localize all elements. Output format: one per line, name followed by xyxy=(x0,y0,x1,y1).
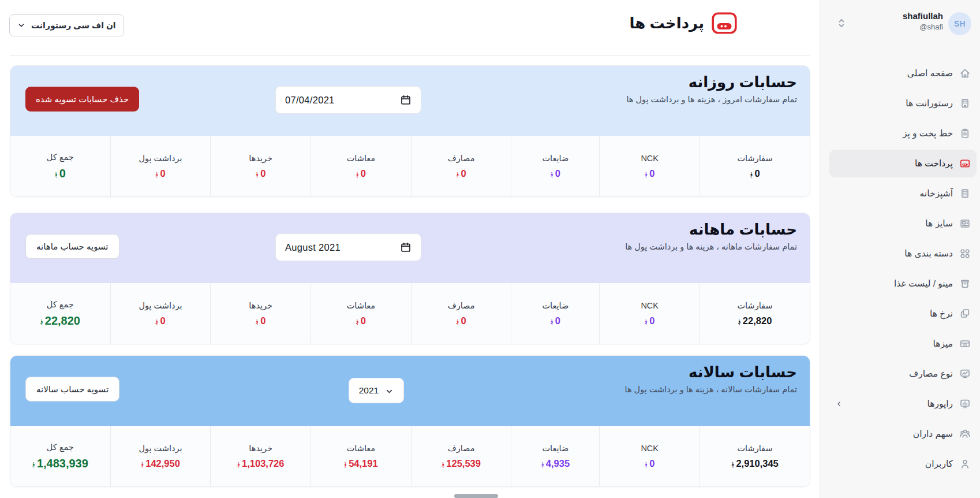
sidebar-item-categories[interactable]: دسته بندی ها xyxy=(829,240,977,267)
user-handle: shafi@ xyxy=(903,23,943,31)
stat-value: 2,910,345؋ xyxy=(731,458,779,469)
stat-value: 1,483,939؋ xyxy=(32,457,88,470)
header-divider xyxy=(10,55,810,56)
restaurant-selector[interactable]: ان اف سی رستورانت xyxy=(9,14,124,36)
sidebar-item-expense-types[interactable]: نوع مصارف xyxy=(829,360,977,388)
afghani-currency-symbol: ؋ xyxy=(731,460,734,468)
stat-value: 22,820؋ xyxy=(738,315,772,326)
stat-expenses: مصارف125,539؋ xyxy=(411,426,511,486)
sidebar-item-payments[interactable]: پرداخت ها xyxy=(829,150,977,177)
sidebar-item-cook-line[interactable]: خط پخت و پز xyxy=(829,120,977,147)
stat-label: NCK xyxy=(641,154,659,163)
payments-card-icon xyxy=(712,12,737,34)
afghani-currency-symbol: ؋ xyxy=(356,170,358,178)
afghani-currency-symbol: ؋ xyxy=(55,170,57,178)
daily-accounts-card: حسابات روزانه تمام سفارشات امروز ، هزینه… xyxy=(10,65,810,197)
afghani-currency-symbol: ؋ xyxy=(256,318,258,325)
stat-label: مصارف xyxy=(448,444,475,453)
chevron-down-icon xyxy=(17,21,25,29)
afghani-currency-symbol: ؋ xyxy=(541,460,544,468)
sidebar-item-users[interactable]: کاربران xyxy=(829,450,977,478)
sidebar-item-reports[interactable]: راپورها xyxy=(829,390,977,418)
stat-label: برداشت پول xyxy=(139,154,182,163)
sidebar-item-rates[interactable]: نرخ ها xyxy=(829,300,977,328)
stat-salaries: معاشات0؋ xyxy=(311,283,411,344)
afghani-currency-symbol: ؋ xyxy=(645,460,647,468)
afghani-currency-symbol: ؋ xyxy=(645,318,647,325)
sidebar-item-label: خط پخت و پز xyxy=(903,128,953,139)
sidebar-menu: صفحه اصلیرستورانت هاخط پخت و پزپرداخت ها… xyxy=(820,50,980,478)
stat-purchases: خریدها0؋ xyxy=(210,283,311,344)
chevron-updown-icon[interactable] xyxy=(837,17,846,29)
section-title: حسابات سالانه xyxy=(625,363,797,381)
stat-value: 0؋ xyxy=(155,315,165,326)
stat-label: NCK xyxy=(641,301,659,310)
calendar-icon[interactable] xyxy=(400,241,412,253)
sidebar-item-tables[interactable]: میزها xyxy=(829,330,977,358)
stat-label: NCK xyxy=(641,444,659,453)
stat-orders: سفارشات22,820؋ xyxy=(700,283,810,344)
menu-list-icon xyxy=(959,278,971,289)
delete-settled-accounts-button[interactable]: حذف حسابات تسویه شده xyxy=(25,87,139,112)
sidebar-item-label: صفحه اصلی xyxy=(907,68,953,79)
stat-label: سفارشات xyxy=(737,154,772,163)
stat-label: خریدها xyxy=(249,154,272,163)
stat-value: 0؋ xyxy=(551,168,560,179)
stat-withdrawals: برداشت پول142,950؋ xyxy=(110,426,211,486)
afghani-currency-symbol: ؋ xyxy=(155,170,158,178)
stat-value: 54,191؋ xyxy=(344,458,378,469)
afghani-currency-symbol: ؋ xyxy=(155,318,158,325)
horizontal-scrollbar-thumb[interactable] xyxy=(454,494,498,498)
yearly-stats-row: سفارشات2,910,345؋NCK0؋ضایعات4,935؋مصارف1… xyxy=(10,426,810,486)
sidebar-item-menu-list[interactable]: مینو / لیست غذا xyxy=(829,270,977,298)
sidebar-item-home[interactable]: صفحه اصلی xyxy=(829,60,977,87)
sidebar-item-restaurants[interactable]: رستورانت ها xyxy=(829,90,977,117)
stat-total: جمع کل1,483,939؋ xyxy=(10,426,110,486)
sidebar-item-label: آشپزخانه xyxy=(920,188,953,199)
stat-withdrawals: برداشت پول0؋ xyxy=(110,283,211,344)
stat-value: 22,820؋ xyxy=(40,314,80,328)
stat-expenses: مصارف0؋ xyxy=(411,136,511,196)
section-subtitle: تمام سفارشات ماهانه ، هزینه ها و برداشت … xyxy=(625,242,797,251)
stat-value: 0؋ xyxy=(155,168,165,179)
stat-waste: ضایعات0؋ xyxy=(511,136,599,196)
stat-value: 0؋ xyxy=(645,168,654,179)
sidebar-item-label: سهم داران xyxy=(913,429,953,439)
sidebar-item-sizes[interactable]: سایز ها xyxy=(829,210,977,237)
sidebar-item-label: مینو / لیست غذا xyxy=(894,278,953,289)
yearly-accounts-panel: حسابات سالانه تمام سفارشات سالانه ، هزین… xyxy=(10,356,810,426)
stat-value: 0؋ xyxy=(645,315,654,326)
sizes-icon xyxy=(959,218,971,229)
daily-date-input[interactable]: 07/04/2021 xyxy=(275,86,421,114)
stat-label: مصارف xyxy=(448,154,475,163)
stat-withdrawals: برداشت پول0؋ xyxy=(110,136,211,196)
sidebar-item-kitchen[interactable]: آشپزخانه xyxy=(829,180,977,207)
yearly-accounts-titles: حسابات سالانه تمام سفارشات سالانه ، هزین… xyxy=(625,363,797,394)
stat-label: سفارشات xyxy=(737,301,772,310)
sidebar-item-label: راپورها xyxy=(927,399,953,409)
calendar-icon[interactable] xyxy=(400,94,412,106)
sidebar-item-label: میزها xyxy=(933,339,953,349)
daily-stats-row: سفارشات0؋NCK0؋ضایعات0؋مصارف0؋معاشات0؋خری… xyxy=(10,136,810,196)
settle-monthly-account-button[interactable]: تسویه حساب ماهانه xyxy=(25,234,119,259)
stat-value: 0؋ xyxy=(256,315,265,326)
sidebar-item-label: سایز ها xyxy=(925,218,953,229)
afghani-currency-symbol: ؋ xyxy=(40,318,43,325)
afghani-currency-symbol: ؋ xyxy=(256,170,258,178)
settle-yearly-account-button[interactable]: تسویه حساب سالانه xyxy=(25,377,119,402)
user-menu[interactable]: shafiullah shafi@ SH xyxy=(820,0,980,50)
afghani-currency-symbol: ؋ xyxy=(750,170,752,178)
user-name: shafiullah xyxy=(903,11,943,21)
restaurants-icon xyxy=(959,98,971,109)
stat-label: ضایعات xyxy=(542,444,568,453)
stat-value: 142,950؋ xyxy=(141,458,180,469)
sidebar-item-shareholders[interactable]: سهم داران xyxy=(829,420,977,448)
afghani-currency-symbol: ؋ xyxy=(356,318,358,325)
year-select[interactable]: 2021 xyxy=(349,378,404,403)
stat-label: خریدها xyxy=(249,301,272,310)
reports-icon xyxy=(959,398,971,410)
users-icon xyxy=(959,458,971,470)
chevron-left-icon xyxy=(835,400,843,408)
stat-label: خریدها xyxy=(249,444,272,453)
monthly-month-input[interactable]: August 2021 xyxy=(275,233,421,261)
